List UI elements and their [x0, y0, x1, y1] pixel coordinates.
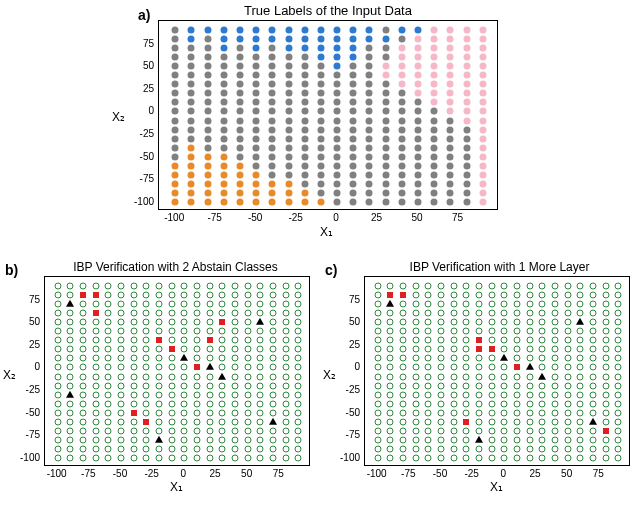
data-point	[301, 117, 308, 124]
verified-point	[219, 364, 226, 371]
verified-point	[282, 445, 289, 452]
data-point	[350, 126, 357, 133]
verified-point	[118, 409, 125, 416]
data-point	[366, 54, 373, 61]
data-point	[317, 135, 324, 142]
verified-point	[67, 337, 74, 344]
verified-point	[295, 310, 302, 317]
verified-point	[400, 355, 407, 362]
data-point	[366, 162, 373, 169]
data-point	[447, 144, 454, 151]
verified-point	[244, 418, 251, 425]
data-point	[253, 72, 260, 79]
data-point	[253, 81, 260, 88]
data-point	[172, 72, 179, 79]
verified-point	[425, 400, 432, 407]
verified-point	[270, 310, 277, 317]
verified-point	[295, 445, 302, 452]
data-point	[398, 180, 405, 187]
verified-point	[387, 382, 394, 389]
data-point	[415, 72, 422, 79]
data-point	[301, 99, 308, 106]
verified-point	[615, 355, 622, 362]
verified-point	[143, 400, 150, 407]
verified-point	[374, 391, 381, 398]
verified-point	[282, 373, 289, 380]
verified-point	[552, 319, 559, 326]
verified-point	[463, 409, 470, 416]
data-point	[398, 126, 405, 133]
data-point	[431, 135, 438, 142]
verified-point	[67, 364, 74, 371]
data-point	[398, 144, 405, 151]
verified-point	[539, 337, 546, 344]
verified-point	[564, 283, 571, 290]
verified-point	[156, 373, 163, 380]
data-point	[253, 180, 260, 187]
verified-point	[615, 364, 622, 371]
verified-point	[295, 391, 302, 398]
ytick: -100	[124, 195, 154, 206]
data-point	[301, 27, 308, 34]
plot-area-a	[158, 20, 498, 210]
verified-point	[270, 409, 277, 416]
unverified-point	[476, 346, 482, 352]
verified-point	[425, 364, 432, 371]
verified-point	[526, 454, 533, 461]
verified-point	[615, 427, 622, 434]
data-point	[253, 198, 260, 205]
data-point	[447, 135, 454, 142]
data-point	[269, 36, 276, 43]
verified-point	[206, 400, 213, 407]
data-point	[188, 135, 195, 142]
verified-point	[438, 427, 445, 434]
verified-point	[514, 445, 521, 452]
abstain-point	[66, 300, 74, 307]
data-point	[204, 54, 211, 61]
verified-point	[130, 355, 137, 362]
verified-point	[590, 427, 597, 434]
figure-root: { "panels": { "a": { "label": "a)", "tit…	[0, 0, 640, 505]
data-point	[415, 126, 422, 133]
ytick: 0	[330, 361, 360, 372]
data-point	[382, 36, 389, 43]
verified-point	[412, 391, 419, 398]
data-point	[479, 45, 486, 52]
verified-point	[615, 301, 622, 308]
verified-point	[488, 409, 495, 416]
verified-point	[181, 346, 188, 353]
verified-point	[387, 355, 394, 362]
verified-point	[463, 454, 470, 461]
data-point	[269, 117, 276, 124]
verified-point	[450, 373, 457, 380]
verified-point	[92, 436, 99, 443]
verified-point	[130, 373, 137, 380]
data-point	[204, 135, 211, 142]
verified-point	[526, 409, 533, 416]
data-point	[334, 81, 341, 88]
verified-point	[590, 319, 597, 326]
data-point	[350, 189, 357, 196]
data-point	[415, 81, 422, 88]
data-point	[172, 153, 179, 160]
verified-point	[67, 454, 74, 461]
verified-point	[514, 292, 521, 299]
verified-point	[219, 418, 226, 425]
data-point	[317, 117, 324, 124]
verified-point	[501, 292, 508, 299]
data-point	[253, 108, 260, 115]
data-point	[317, 81, 324, 88]
data-point	[269, 45, 276, 52]
verified-point	[92, 400, 99, 407]
data-point	[366, 27, 373, 34]
verified-point	[105, 454, 112, 461]
data-point	[204, 90, 211, 97]
verified-point	[552, 355, 559, 362]
verified-point	[602, 310, 609, 317]
data-point	[236, 171, 243, 178]
data-point	[398, 153, 405, 160]
verified-point	[130, 454, 137, 461]
verified-point	[400, 409, 407, 416]
data-point	[334, 144, 341, 151]
verified-point	[615, 409, 622, 416]
